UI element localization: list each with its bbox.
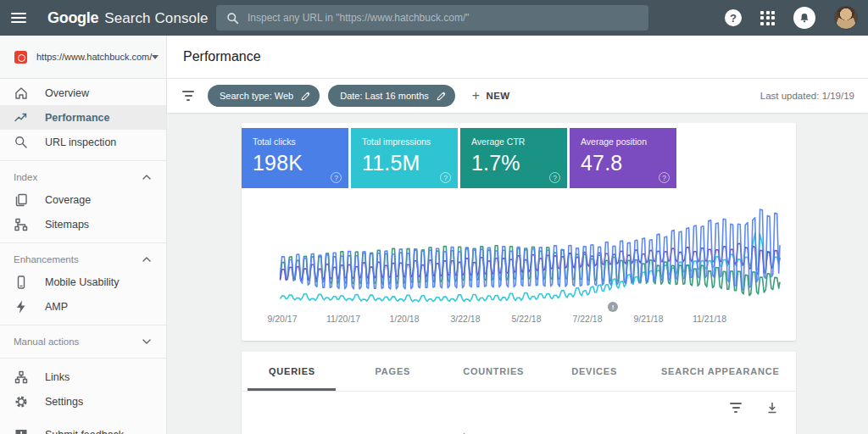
topbar-actions: ? <box>725 0 861 36</box>
download-icon[interactable] <box>765 401 779 415</box>
plus-icon: + <box>472 88 481 103</box>
property-url: https://www.hatchbuck.com/ <box>36 52 152 62</box>
property-selector[interactable]: https://www.hatchbuck.com/ <box>0 36 166 79</box>
help-icon[interactable]: ? <box>659 172 670 183</box>
tab-search-appearance[interactable]: SEARCH APPEARANCE <box>645 352 796 391</box>
chevron-up-icon <box>142 175 151 180</box>
sidebar-section-index[interactable]: Index <box>0 167 166 187</box>
table-filter-icon[interactable] <box>730 403 742 412</box>
chevron-down-icon <box>152 55 159 59</box>
performance-chart[interactable] <box>242 188 796 314</box>
app-logo[interactable]: Google Search Console <box>47 9 209 27</box>
page-title: Performance <box>183 49 261 64</box>
filter-chip-search-type[interactable]: Search type: Web <box>208 85 320 107</box>
sidebar: https://www.hatchbuck.com/ Overview Perf… <box>0 36 167 434</box>
divider <box>0 242 166 243</box>
smartphone-icon <box>14 275 29 290</box>
site-favicon <box>14 51 27 64</box>
table-toolbar <box>242 392 796 424</box>
metric-card-average-ctr[interactable]: Average CTR 1.7% ? <box>460 128 567 188</box>
sidebar-item-url-inspection[interactable]: URL inspection <box>0 130 166 154</box>
divider <box>0 358 166 359</box>
help-icon[interactable]: ? <box>331 172 342 183</box>
feedback-icon <box>14 427 29 434</box>
filter-bar: Search type: Web Date: Last 16 months + … <box>167 79 868 113</box>
pencil-icon <box>301 92 310 101</box>
dimension-tabs: QUERIES PAGES COUNTRIES DEVICES SEARCH A… <box>242 352 796 392</box>
top-app-bar: Google Search Console ? <box>0 0 868 36</box>
search-icon <box>226 12 239 25</box>
chevron-up-icon <box>142 257 151 262</box>
chevron-down-icon <box>142 339 151 344</box>
tab-devices[interactable]: DEVICES <box>544 352 645 391</box>
sidebar-item-coverage[interactable]: Coverage <box>0 187 166 212</box>
sidebar-item-mobile-usability[interactable]: Mobile Usability <box>0 270 166 294</box>
page-header: Performance <box>167 36 868 79</box>
metric-card-average-position[interactable]: Average position 47.8 ? <box>570 128 676 188</box>
metric-card-total-clicks[interactable]: Total clicks 198K ? <box>242 128 348 188</box>
sidebar-nav: Overview Performance URL inspection Inde… <box>0 79 166 434</box>
chart-x-axis: 9/20/17 11/20/17 1/20/18 3/22/18 5/22/18… <box>252 314 740 324</box>
tab-queries[interactable]: QUERIES <box>242 352 342 391</box>
help-icon[interactable]: ? <box>725 9 742 26</box>
avatar[interactable] <box>834 6 858 30</box>
sidebar-item-settings[interactable]: Settings <box>0 389 166 414</box>
metric-cards: Total clicks 198K ? Total impressions 11… <box>242 123 796 188</box>
notifications-bell-icon[interactable] <box>793 7 815 29</box>
sidebar-item-performance[interactable]: Performance <box>0 105 166 130</box>
sidebar-item-links[interactable]: Links <box>0 364 166 389</box>
sitemap-tree-icon <box>14 217 29 232</box>
apps-grid-icon[interactable] <box>760 11 775 25</box>
link-tree-icon <box>14 370 29 385</box>
divider <box>0 160 166 161</box>
main-area: Performance Search type: Web Date: Last … <box>167 36 868 434</box>
filter-chip-date[interactable]: Date: Last 16 months <box>328 85 455 107</box>
sidebar-item-overview[interactable]: Overview <box>0 81 166 105</box>
help-icon[interactable]: ? <box>440 172 451 183</box>
new-filter-button[interactable]: + NEW <box>472 88 510 103</box>
tab-countries[interactable]: COUNTRIES <box>443 352 544 391</box>
divider <box>0 325 166 326</box>
logo-google: Google <box>47 9 98 27</box>
lightning-icon <box>14 299 29 314</box>
filter-list-icon[interactable] <box>182 91 194 100</box>
sidebar-section-enhancements[interactable]: Enhancements <box>0 249 166 270</box>
table-header-row: Query Clicks Impressions CTR Position <box>242 424 796 434</box>
menu-icon[interactable] <box>0 13 37 23</box>
dimensions-table-panel: QUERIES PAGES COUNTRIES DEVICES SEARCH A… <box>242 352 796 434</box>
pencil-icon <box>437 92 446 101</box>
performance-chart-icon <box>14 110 29 125</box>
pages-icon <box>14 192 29 208</box>
metric-card-total-impressions[interactable]: Total impressions 11.5M ? <box>351 128 458 188</box>
sidebar-item-sitemaps[interactable]: Sitemaps <box>0 212 166 236</box>
magnifier-icon <box>14 135 29 150</box>
tab-pages[interactable]: PAGES <box>342 352 443 391</box>
content-scroll-area: Total clicks 198K ? Total impressions 11… <box>167 113 868 434</box>
home-icon <box>14 86 29 101</box>
gear-icon <box>14 394 29 409</box>
spacer <box>0 414 166 422</box>
sidebar-section-manual-actions[interactable]: Manual actions <box>0 331 166 352</box>
sidebar-item-amp[interactable]: AMP <box>0 294 166 319</box>
help-icon[interactable]: ? <box>549 172 560 183</box>
search-input[interactable] <box>248 12 638 24</box>
chart-annotation-marker[interactable]: ! <box>608 302 618 312</box>
url-inspect-searchbox[interactable] <box>216 5 648 31</box>
last-updated-label: Last updated: 1/19/19 <box>760 91 854 101</box>
sidebar-item-submit-feedback[interactable]: Submit feedback <box>0 422 166 434</box>
logo-search-console: Search Console <box>104 10 208 27</box>
performance-summary-panel: Total clicks 198K ? Total impressions 11… <box>242 123 796 341</box>
